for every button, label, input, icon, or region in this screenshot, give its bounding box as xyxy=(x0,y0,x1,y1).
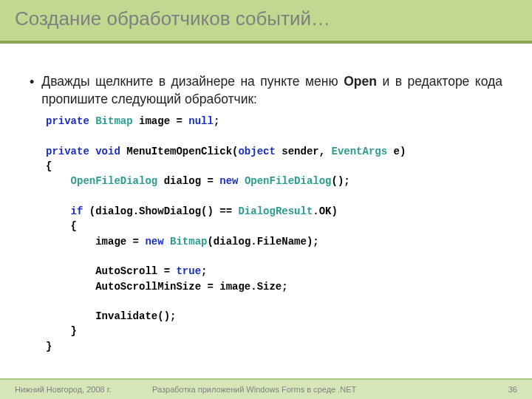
bullet-marker: • xyxy=(30,73,34,108)
bullet-text: Дважды щелкните в дизайнере на пункте ме… xyxy=(41,73,502,108)
footer: Нижний Новгород, 2008 г. Разработка прил… xyxy=(0,378,532,399)
footer-location: Нижний Новгород, 2008 г. xyxy=(15,385,148,394)
code-block: private Bitmap image = null; private voi… xyxy=(46,114,502,354)
slide-title: Создание обработчиков событий… xyxy=(15,7,517,30)
footer-page-number: 36 xyxy=(488,385,517,394)
bullet-item: • Дважды щелкните в дизайнере на пункте … xyxy=(30,73,502,108)
header-band: Создание обработчиков событий… xyxy=(0,0,532,44)
content-area: • Дважды щелкните в дизайнере на пункте … xyxy=(0,44,532,354)
footer-course: Разработка приложений Windows Forms в ср… xyxy=(148,385,488,394)
